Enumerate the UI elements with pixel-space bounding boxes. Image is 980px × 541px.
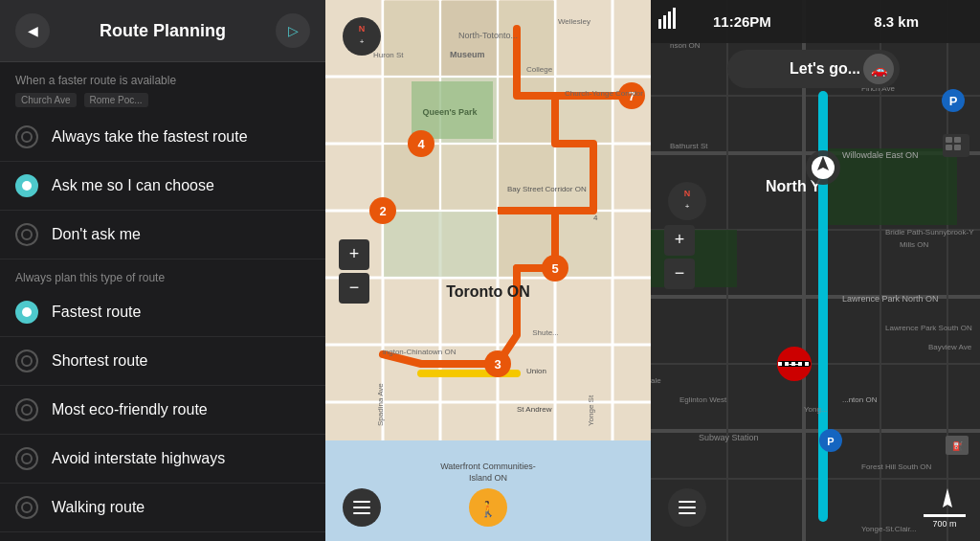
radio-ask-me[interactable] xyxy=(15,174,38,197)
svg-text:Museum: Museum xyxy=(450,50,485,59)
plan-type-label: Always plan this type of route xyxy=(0,259,325,288)
svg-text:🚗: 🚗 xyxy=(871,62,888,79)
svg-rect-130 xyxy=(924,514,966,517)
svg-text:Yonge-St.Clair...: Yonge-St.Clair... xyxy=(861,525,917,533)
svg-rect-23 xyxy=(556,145,612,210)
svg-text:Yonge St: Yonge St xyxy=(587,394,595,426)
svg-text:🚶: 🚶 xyxy=(479,500,498,518)
svg-rect-109 xyxy=(954,137,961,143)
svg-text:P: P xyxy=(949,94,958,108)
svg-text:Lawrence Park North ON: Lawrence Park North ON xyxy=(842,294,939,304)
option-eco-route-label: Most eco-friendly route xyxy=(52,401,208,418)
radio-shortest-route[interactable] xyxy=(15,349,38,372)
svg-text:Lawrence Park South ON: Lawrence Park South ON xyxy=(885,324,972,332)
faster-route-label: When a faster route is available xyxy=(0,62,325,91)
svg-point-100 xyxy=(668,182,706,220)
svg-text:Willowdale East ON: Willowdale East ON xyxy=(842,150,919,160)
option-eco-route[interactable]: Most eco-friendly route xyxy=(0,386,325,435)
svg-text:Waterfront Communities-: Waterfront Communities- xyxy=(440,462,536,471)
svg-text:Bathurst St: Bathurst St xyxy=(670,142,708,150)
svg-text:Bayview Ave: Bayview Ave xyxy=(928,343,972,351)
svg-text:...nton ON: ...nton ON xyxy=(842,395,878,404)
svg-text:Shute...: Shute... xyxy=(532,328,559,337)
panel-title: Route Planning xyxy=(50,21,276,41)
svg-text:N: N xyxy=(359,24,366,34)
svg-rect-64 xyxy=(353,501,370,503)
svg-rect-108 xyxy=(946,137,952,143)
option-fastest-route-label: Fastest route xyxy=(52,304,141,321)
option-fastest-route[interactable]: Fastest route xyxy=(0,288,325,337)
svg-text:⛽: ⛽ xyxy=(952,440,964,452)
svg-text:Union: Union xyxy=(526,367,546,375)
svg-text:Huron St: Huron St xyxy=(373,51,404,59)
svg-text:Queen's Park: Queen's Park xyxy=(422,107,478,117)
svg-text:Eglinton West: Eglinton West xyxy=(679,395,727,404)
svg-text:Yong...: Yong... xyxy=(804,405,828,414)
back-button[interactable] xyxy=(15,13,50,48)
svg-rect-133 xyxy=(658,19,661,29)
option-dont-ask[interactable]: Don't ask me xyxy=(0,211,325,259)
svg-text:−: − xyxy=(675,263,685,282)
option-ask-me[interactable]: Ask me so I can choose xyxy=(0,162,325,211)
radio-eco-route[interactable] xyxy=(15,398,38,421)
svg-rect-18 xyxy=(499,78,554,143)
radio-avoid-interstate[interactable] xyxy=(15,447,38,470)
street-tag-2: Rome Poc... xyxy=(84,93,148,107)
svg-text:North-Totonto...: North-Totonto... xyxy=(458,31,518,40)
svg-text:+: + xyxy=(349,244,360,263)
svg-rect-19 xyxy=(556,78,612,143)
option-walking-label: Walking route xyxy=(52,499,145,516)
svg-rect-66 xyxy=(353,512,370,514)
svg-text:5: 5 xyxy=(551,261,558,276)
svg-rect-126 xyxy=(679,501,696,503)
option-ask-me-label: Ask me so I can choose xyxy=(52,177,214,194)
svg-text:4: 4 xyxy=(417,137,425,151)
svg-text:Church-Yonge Corridor: Church-Yonge Corridor xyxy=(565,89,643,98)
toronto-map-panel: Queen's Park 7 2 4 5 3 North-Totonto... … xyxy=(325,0,651,541)
svg-text:St Andrew: St Andrew xyxy=(517,405,552,414)
svg-rect-22 xyxy=(499,145,554,210)
option-shortest-route[interactable]: Shortest route xyxy=(0,337,325,386)
svg-text:700 m: 700 m xyxy=(932,519,956,529)
svg-text:Toronto ON: Toronto ON xyxy=(446,283,530,300)
svg-text:—: — xyxy=(790,358,800,370)
radio-fastest-route[interactable] xyxy=(15,301,38,324)
svg-rect-132 xyxy=(651,0,980,43)
nav-arrow-button[interactable] xyxy=(276,13,310,48)
option-dont-ask-label: Don't ask me xyxy=(52,226,141,243)
panel-header: Route Planning xyxy=(0,0,325,62)
svg-rect-24 xyxy=(384,212,497,277)
option-walking[interactable]: Walking route xyxy=(0,484,325,532)
svg-rect-136 xyxy=(673,8,676,29)
radio-always-fastest[interactable] xyxy=(15,125,38,148)
svg-rect-127 xyxy=(679,507,696,508)
radio-walking[interactable] xyxy=(15,496,38,519)
option-always-fastest[interactable]: Always take the fastest route xyxy=(0,113,325,162)
route-planning-panel: Route Planning When a faster route is av… xyxy=(0,0,325,541)
svg-text:Forest Hill South ON: Forest Hill South ON xyxy=(861,462,932,471)
svg-rect-128 xyxy=(679,512,696,514)
svg-text:ale: ale xyxy=(651,376,661,385)
svg-rect-21 xyxy=(441,145,497,210)
svg-text:+: + xyxy=(685,202,690,211)
svg-rect-134 xyxy=(663,15,666,29)
svg-text:Subway Station: Subway Station xyxy=(699,433,759,442)
option-avoid-interstate-label: Avoid interstate highways xyxy=(52,450,225,467)
svg-text:+: + xyxy=(675,230,685,249)
svg-text:+: + xyxy=(360,37,365,46)
svg-text:Bridle Path-Sunnybrook-Y: Bridle Path-Sunnybrook-Y xyxy=(885,228,974,237)
svg-text:College: College xyxy=(526,65,553,74)
svg-rect-111 xyxy=(954,145,961,150)
svg-text:11:26PM: 11:26PM xyxy=(713,13,771,30)
svg-text:Mills ON: Mills ON xyxy=(900,240,928,249)
svg-text:3: 3 xyxy=(494,357,501,372)
street-tag-1: Church Ave xyxy=(15,93,77,107)
svg-text:−: − xyxy=(349,278,360,297)
street-labels: Church Ave Rome Poc... xyxy=(0,91,325,113)
svg-rect-110 xyxy=(946,145,952,150)
svg-text:Bay Street Corridor ON: Bay Street Corridor ON xyxy=(507,185,587,193)
radio-dont-ask[interactable] xyxy=(15,223,38,246)
navigation-panel: Finch Ave Bathurst St Willowdale East ON… xyxy=(651,0,980,541)
option-avoid-interstate[interactable]: Avoid interstate highways xyxy=(0,435,325,484)
svg-rect-81 xyxy=(823,148,957,225)
